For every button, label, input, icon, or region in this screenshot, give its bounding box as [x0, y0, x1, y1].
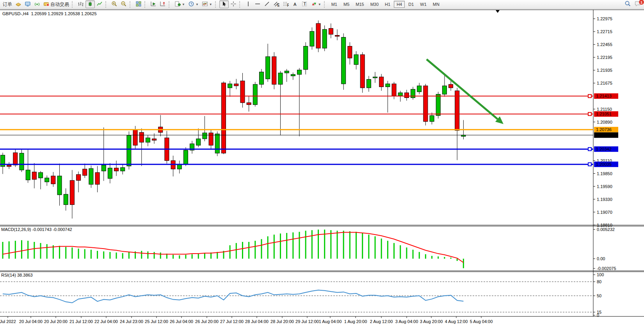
tab-timeframe-H1[interactable]: H1	[382, 1, 393, 8]
vertical-line-icon	[245, 1, 251, 8]
auto-scroll-button[interactable]	[149, 0, 158, 8]
candle	[316, 23, 320, 48]
candle	[108, 168, 112, 179]
bar-chart-button[interactable]	[76, 0, 85, 8]
candle	[379, 77, 384, 87]
line-chart-button[interactable]	[95, 0, 104, 8]
candle	[209, 133, 213, 146]
macd-histogram-bar	[444, 257, 445, 259]
candle	[57, 176, 62, 195]
text-label-button[interactable]: T	[300, 0, 309, 8]
tab-timeframe-MN[interactable]: MN	[430, 1, 442, 8]
candle	[45, 178, 49, 182]
candle	[342, 37, 346, 84]
time-tick-label: 25 Jul 12:00	[145, 319, 168, 324]
candlestick-button[interactable]	[85, 0, 95, 8]
tab-timeframe-D1[interactable]: D1	[406, 1, 416, 8]
fibonacci-button[interactable]: F	[281, 0, 290, 8]
price-label-text: 1.21051	[596, 112, 612, 116]
chart-symbol: GBPUSD-,H4	[2, 11, 28, 16]
candle	[354, 55, 358, 64]
time-tick-label: 29 Jul 12:00	[295, 319, 319, 324]
market-watch-button[interactable]	[23, 0, 32, 8]
shapes-icon	[311, 1, 317, 8]
tab-timeframe-M15[interactable]: M15	[353, 1, 366, 8]
chat-button[interactable]: 1	[633, 0, 643, 8]
rsi-name: RSI(14)	[1, 273, 16, 277]
tab-timeframe-M30[interactable]: M30	[368, 1, 381, 8]
macd-histogram-bar	[438, 256, 439, 259]
time-tick-label: 22 Jul 04:00	[94, 319, 118, 324]
candlestick-icon	[87, 1, 93, 8]
chart-shift-marker	[496, 10, 500, 13]
candle	[215, 134, 219, 153]
indicators-button[interactable]: ▼	[200, 0, 214, 8]
price-tick-label: 1.21150	[597, 107, 612, 112]
periods-button[interactable]: ▼	[187, 0, 200, 8]
time-tick-label: 26 Jul 04:00	[170, 319, 193, 324]
price-tick-label: 1.21935	[597, 68, 612, 73]
macd-histogram-bar	[147, 251, 148, 259]
search-button[interactable]	[623, 0, 633, 8]
candle	[366, 79, 371, 88]
trendline-button[interactable]	[262, 0, 272, 8]
chart-stack-button[interactable]	[14, 0, 23, 8]
zoom-in-button[interactable]	[110, 0, 119, 8]
macd-histogram-bar	[198, 254, 199, 259]
toolbar-grip	[169, 1, 171, 8]
macd-name: MACD(12,26,9)	[1, 227, 31, 232]
macd-histogram-bar	[71, 247, 73, 259]
ea-signal-button[interactable]	[32, 0, 42, 8]
toolbar-grip	[144, 1, 147, 8]
macd-histogram-bar	[40, 243, 41, 259]
candle	[139, 132, 144, 142]
time-tick-label: 2 Aug 12:00	[370, 319, 393, 324]
candle	[272, 57, 276, 84]
macd-histogram-bar	[34, 242, 35, 259]
chart-shift-icon	[160, 1, 166, 8]
horizontal-line-button[interactable]	[253, 0, 262, 8]
candle	[127, 135, 131, 166]
candle	[259, 72, 263, 84]
tab-timeframe-W1[interactable]: W1	[417, 1, 429, 8]
crosshair-button[interactable]	[229, 0, 238, 8]
time-tick-label: 27 Jul 12:00	[220, 319, 244, 324]
rsi-tick-label: 50	[597, 293, 601, 298]
price-tick-label: 1.22975	[597, 16, 612, 21]
price-tick-label: 1.20890	[597, 120, 612, 124]
chart-area[interactable]: 1.229751.227151.224551.221951.219351.216…	[0, 0, 644, 325]
macd-histogram-bar	[128, 252, 130, 259]
new-order-label: 订单	[3, 1, 12, 8]
candle	[285, 71, 289, 73]
new-chart-button[interactable]: ▼	[173, 0, 187, 8]
macd-tick-label: 0.00	[597, 256, 605, 261]
channel-button[interactable]: E	[272, 0, 281, 8]
time-tick-label: 1 Aug 04:00	[319, 319, 342, 324]
cursor-button[interactable]	[219, 0, 229, 8]
svg-text:A: A	[294, 2, 297, 6]
tab-timeframe-M1[interactable]: M1	[329, 1, 340, 8]
macd-histogram-bar	[9, 242, 10, 259]
tile-windows-button[interactable]	[134, 0, 143, 8]
macd-histogram-bar	[280, 233, 281, 259]
time-tick-label: 5 Aug 04:00	[470, 319, 493, 324]
zoom-out-button[interactable]	[119, 0, 128, 8]
candle	[417, 86, 422, 92]
candle	[114, 168, 119, 171]
svg-text:F: F	[287, 2, 289, 7]
macd-histogram-bar	[192, 254, 193, 259]
shapes-button[interactable]: ▼	[309, 0, 323, 8]
text-button[interactable]: A	[290, 0, 300, 8]
candle	[278, 73, 283, 84]
candle	[291, 75, 295, 76]
candle	[146, 138, 150, 142]
macd-histogram-bar	[299, 232, 300, 259]
chart-shift-button[interactable]	[158, 0, 167, 8]
vertical-line-button[interactable]	[244, 0, 253, 8]
horizontal-line-icon	[254, 1, 261, 8]
tab-timeframe-M5[interactable]: M5	[341, 1, 352, 8]
tab-timeframe-H4[interactable]: H4	[394, 1, 405, 8]
macd-histogram-bar	[229, 245, 231, 259]
autotrade-button[interactable]: 自动交易	[42, 0, 71, 8]
new-order-button[interactable]: 订单	[1, 0, 14, 8]
